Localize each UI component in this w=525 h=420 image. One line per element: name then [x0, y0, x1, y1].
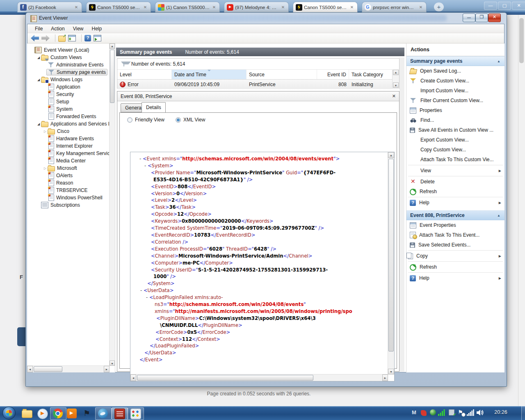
column-header-level[interactable]: Level [117, 70, 172, 79]
action-view[interactable]: View [406, 166, 504, 176]
action-help[interactable]: Help [406, 273, 504, 283]
scroll-down-icon[interactable]: ▼ [393, 82, 399, 88]
tree-item-reason[interactable]: Reason [27, 179, 109, 187]
tree-item-hardware-events[interactable]: Hardware Events [27, 135, 109, 142]
tree-vscrollbar[interactable]: ▲ ▼ [109, 43, 115, 366]
tree-item-key-management-service[interactable]: Key Management Service [27, 150, 109, 157]
tab-details[interactable]: Details [142, 102, 166, 112]
action-help[interactable]: Help [406, 198, 504, 208]
column-header-event-id[interactable]: Event ID [317, 70, 349, 79]
expanded-arrow-icon[interactable]: ◢ [36, 78, 41, 82]
tree-item-trbservice[interactable]: TRBSERVICE [27, 187, 109, 194]
tree-item-custom-views[interactable]: ◢Custom Views [27, 54, 109, 61]
taskbar-palette-icon[interactable] [130, 409, 141, 419]
tree-item-forwarded-events[interactable]: Forwarded Events [27, 113, 109, 120]
tree-item-setup[interactable]: Setup [27, 98, 109, 105]
tab-close-icon[interactable] [349, 5, 355, 10]
tree-hscrollbar-thumb[interactable] [34, 366, 62, 372]
tree-item-subscriptions[interactable]: Subscriptions [27, 201, 109, 209]
radio-xml-view[interactable]: XML View [176, 117, 205, 123]
action-copy[interactable]: Copy [406, 251, 504, 261]
window-minimize-button[interactable] [463, 14, 475, 22]
scroll-up-icon[interactable]: ▲ [110, 43, 115, 49]
browser-scrollbar[interactable] [518, 15, 525, 406]
tray-signal-white-icon[interactable] [467, 409, 474, 417]
tree-item-event-viewer-local-[interactable]: Event Viewer (Local) [27, 46, 109, 54]
action-save-selected-events-[interactable]: Save Selected Events... [406, 240, 504, 250]
action-properties[interactable]: Properties [406, 105, 504, 115]
action-find-[interactable]: Find... [406, 115, 504, 125]
scroll-up-icon[interactable]: ▲ [388, 152, 394, 158]
action-delete[interactable]: Delete [406, 177, 504, 187]
action-attach-task-to-this-event-[interactable]: Attach Task To This Event... [406, 230, 504, 240]
tab-close-icon[interactable] [73, 5, 79, 10]
taskbar-bird-icon[interactable] [98, 409, 108, 418]
tree-item-application[interactable]: Application [27, 83, 109, 91]
browser-scrollbar-thumb[interactable] [519, 18, 524, 63]
show-desktop-button[interactable] [521, 406, 525, 420]
browser-tab[interactable]: (2) Facebook [17, 2, 82, 12]
scroll-down-icon[interactable]: ▼ [388, 369, 394, 374]
scroll-right-icon[interactable]: ► [104, 366, 110, 372]
console-window-icon[interactable] [68, 35, 76, 41]
tree-item-cisco[interactable]: ▷Cisco [27, 128, 109, 135]
collapse-arrow-icon[interactable] [497, 59, 500, 63]
column-header-date-and-time[interactable]: Date and Time [172, 70, 247, 79]
taskbar-clock[interactable]: 20:26 [489, 409, 513, 415]
collapsed-arrow-icon[interactable]: ▷ [43, 167, 48, 170]
window-close-button[interactable] [488, 14, 501, 22]
taskbar-chrome-icon[interactable] [53, 409, 63, 418]
events-vscrollbar[interactable]: ▲ ▼ [392, 69, 399, 88]
tray-speaker-icon[interactable] [477, 409, 484, 417]
column-header-source[interactable]: Source [247, 70, 317, 79]
browser-tab[interactable]: Canon TS5000 series [86, 2, 151, 12]
tab-close-icon[interactable] [142, 5, 148, 10]
new-tab-button[interactable]: + [434, 2, 444, 11]
forward-icon[interactable] [41, 35, 50, 41]
action-copy-custom-view-[interactable]: Copy Custom View... [406, 145, 504, 155]
scroll-left-icon[interactable]: ◄ [27, 366, 33, 372]
tree-item-security[interactable]: Security [27, 91, 109, 98]
browser-minimize-button[interactable]: — [484, 2, 497, 10]
action-import-custom-view-[interactable]: Import Custom View... [406, 86, 504, 96]
tree-item-windows-logs[interactable]: ◢Windows Logs [27, 76, 109, 83]
console-window-2-icon[interactable] [94, 35, 101, 41]
tree-item-internet-explorer[interactable]: Internet Explorer [27, 142, 109, 150]
menu-file[interactable]: File [31, 25, 47, 32]
browser-tab[interactable]: (97) Melodyne 4: Clea [224, 2, 289, 12]
help-icon[interactable] [84, 35, 91, 41]
tray-green-orb-icon[interactable] [430, 409, 436, 415]
tree-item-microsoft[interactable]: ▷Microsoft [27, 164, 109, 172]
tab-close-icon[interactable] [280, 5, 286, 10]
action-event-properties[interactable]: Event Properties [406, 220, 504, 230]
tray-flag-clock-icon[interactable] [458, 409, 465, 417]
actions-group-header[interactable]: Event 808, PrintService [406, 210, 504, 220]
xml-hscrollbar-thumb[interactable] [137, 375, 313, 381]
action-attach-task-to-this-custom-vie-[interactable]: Attach Task To This Custom Vie... [406, 155, 504, 164]
action-save-all-events-in-custom-view-[interactable]: Save All Events in Custom View ... [406, 125, 504, 135]
menu-help[interactable]: Help [88, 25, 106, 32]
actions-group-header[interactable]: Summary page events [406, 56, 504, 66]
action-refresh[interactable]: Refresh [406, 262, 504, 272]
tree-hscrollbar[interactable]: ◄ ► [27, 365, 110, 372]
menu-action[interactable]: Action [47, 25, 68, 32]
back-icon[interactable] [31, 35, 39, 41]
tree-item-summary-page-events[interactable]: Summary page events [27, 68, 109, 76]
tree-item-system[interactable]: System [27, 105, 109, 113]
window-maximize-button[interactable] [475, 14, 488, 22]
export-icon[interactable] [58, 36, 66, 42]
tray-signal-green-icon[interactable] [438, 409, 445, 417]
tab-close-icon[interactable] [418, 5, 424, 10]
browser-maximize-button[interactable]: ▢ [498, 2, 511, 10]
scroll-down-icon[interactable]: ▼ [110, 361, 115, 366]
browser-tab[interactable]: pnrpsvc error window [362, 2, 427, 12]
xml-hscrollbar[interactable]: ◄ ► [130, 374, 388, 381]
scroll-right-icon[interactable]: ► [382, 374, 388, 381]
tab-close-icon[interactable] [211, 5, 217, 10]
radio-button-icon[interactable] [127, 117, 132, 123]
action-refresh[interactable]: Refresh [406, 187, 504, 196]
tree-vscrollbar-thumb[interactable] [110, 50, 114, 103]
tray-malwarebytes-icon[interactable] [411, 409, 418, 417]
expanded-arrow-icon[interactable]: ◢ [36, 56, 41, 59]
browser-close-button[interactable]: ✕ [512, 2, 525, 10]
